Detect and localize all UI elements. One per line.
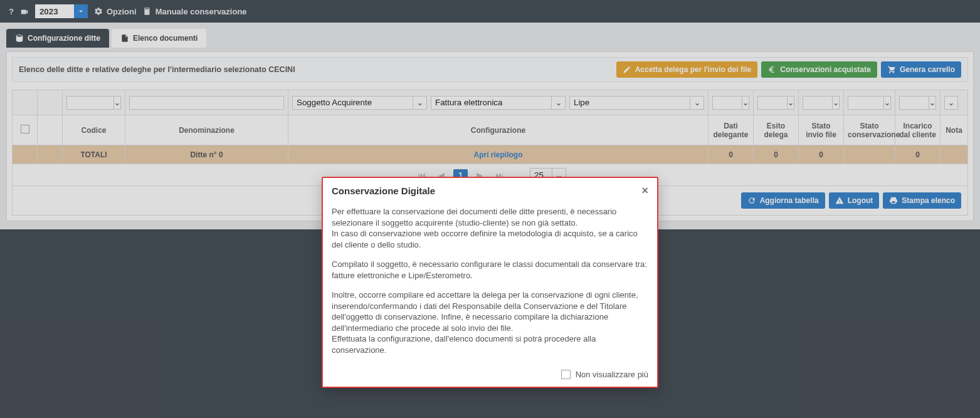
dont-show-checkbox[interactable]	[561, 370, 571, 379]
modal-close-button[interactable]: ×	[641, 184, 648, 197]
dont-show-label: Non visualizzare più	[576, 370, 648, 379]
modal-header: Conservazione Digitale ×	[323, 178, 657, 204]
modal-text-3: Inoltre, occorre compilare ed accettare …	[332, 290, 638, 333]
modal-text-1b: In caso di conservazione web occorre def…	[332, 229, 638, 249]
modal-footer: Non visualizzare più	[323, 365, 657, 387]
modal-text-1: Per effettuare la conservazione dei docu…	[332, 207, 616, 227]
modal-title: Conservazione Digitale	[332, 185, 435, 196]
modal-text-3b: Effettuata la configurazione, dall'elenc…	[332, 334, 596, 355]
modal-body: Per effettuare la conservazione dei docu…	[323, 204, 657, 365]
conservazione-digitale-modal: Conservazione Digitale × Per effettuare …	[322, 177, 658, 388]
modal-text-2: Compilato il soggetto, è necessario conf…	[332, 259, 648, 281]
